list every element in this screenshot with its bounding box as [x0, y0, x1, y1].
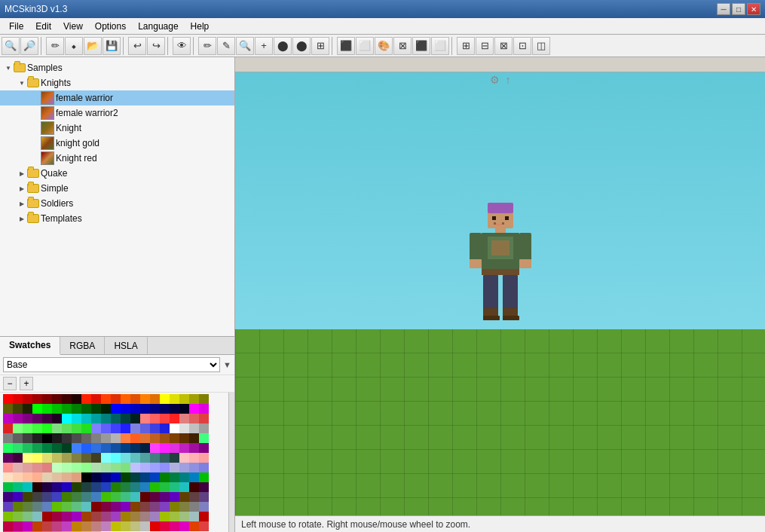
color-swatch-extra-85[interactable] [91, 512, 101, 521]
color-swatch-extra-16[interactable] [32, 482, 42, 492]
color-swatch-56[interactable] [140, 414, 150, 423]
color-swatch-152[interactable] [52, 463, 62, 472]
color-swatch-97[interactable] [130, 433, 140, 443]
color-swatch-extra-31[interactable] [179, 482, 189, 492]
color-swatch-extra-103[interactable] [62, 521, 72, 531]
layout4-btn[interactable]: ⊡ [513, 37, 531, 55]
color-swatch-extra-117[interactable] [199, 521, 209, 531]
zoom-btn[interactable]: 🔍 [236, 37, 254, 55]
color-swatch-130[interactable] [42, 453, 52, 463]
color-swatch-13[interactable] [130, 394, 140, 404]
color-swatch-58[interactable] [160, 414, 170, 423]
color-swatch-57[interactable] [150, 414, 160, 423]
color-swatch-70[interactable] [72, 423, 81, 433]
color-swatch-extra-59[interactable] [42, 502, 52, 512]
color-swatch-25[interactable] [42, 404, 52, 414]
layout1-btn[interactable]: ⊞ [457, 37, 475, 55]
color-swatch-extra-41[interactable] [72, 492, 81, 502]
color-swatch-14[interactable] [140, 394, 150, 404]
color-swatch-139[interactable] [130, 453, 140, 463]
color-swatch-128[interactable] [23, 453, 32, 463]
color-swatch-15[interactable] [150, 394, 160, 404]
color-swatch-extra-30[interactable] [170, 482, 179, 492]
maximize-button[interactable]: □ [732, 3, 745, 15]
color-swatch-140[interactable] [140, 453, 150, 463]
color-swatch-160[interactable] [130, 463, 140, 472]
zoom-out-swatches[interactable]: − [3, 377, 17, 390]
tree-item-knight-red[interactable]: Knight red [0, 151, 234, 166]
color-swatch-173[interactable] [52, 472, 62, 482]
color-swatch-extra-28[interactable] [150, 482, 160, 492]
color-swatch-extra-52[interactable] [179, 492, 189, 502]
color-swatch-extra-5[interactable] [130, 472, 140, 482]
color-swatch-121[interactable] [160, 443, 170, 453]
color-swatch-52[interactable] [101, 414, 111, 423]
color-swatch-131[interactable] [52, 453, 62, 463]
pencil-btn[interactable]: ✏ [46, 37, 64, 55]
draw-btn[interactable]: ✏ [198, 37, 216, 55]
color-swatch-122[interactable] [170, 443, 179, 453]
color-swatch-30[interactable] [91, 404, 101, 414]
color-swatch-9[interactable] [91, 394, 101, 404]
color-swatch-extra-64[interactable] [91, 502, 101, 512]
menu-item-view[interactable]: View [57, 20, 89, 33]
color-swatch-120[interactable] [150, 443, 160, 453]
color-swatch-extra-110[interactable] [130, 521, 140, 531]
color-swatch-extra-39[interactable] [52, 492, 62, 502]
color-swatch-69[interactable] [62, 423, 72, 433]
menu-item-help[interactable]: Help [185, 20, 216, 33]
color-swatch-22[interactable] [13, 404, 23, 414]
color-swatch-extra-94[interactable] [179, 512, 189, 521]
tree-arrow-samples[interactable]: ▼ [3, 63, 14, 73]
color-swatch-115[interactable] [101, 443, 111, 453]
color-swatch-148[interactable] [13, 463, 23, 472]
color-swatch-135[interactable] [91, 453, 101, 463]
color-swatch-extra-24[interactable] [111, 482, 121, 492]
color-swatch-132[interactable] [62, 453, 72, 463]
color-swatch-143[interactable] [170, 453, 179, 463]
color-swatch-extra-7[interactable] [150, 472, 160, 482]
color-swatch-extra-76[interactable] [3, 512, 13, 521]
color-swatch-extra-14[interactable] [13, 482, 23, 492]
sel-btn[interactable]: ⊠ [393, 37, 412, 55]
color-swatch-123[interactable] [179, 443, 189, 453]
color-swatch-95[interactable] [111, 433, 121, 443]
color-swatch-extra-11[interactable] [189, 472, 199, 482]
tree-item-samples[interactable]: ▼Samples [0, 60, 234, 75]
tree-item-soldiers[interactable]: ▶Soldiers [0, 196, 234, 211]
color-swatch-extra-115[interactable] [179, 521, 189, 531]
color-swatch-extra-36[interactable] [23, 492, 32, 502]
close-button[interactable]: ✕ [747, 3, 760, 15]
color-swatch-151[interactable] [42, 463, 52, 472]
color-swatch-134[interactable] [81, 453, 91, 463]
tree-item-knight-gold[interactable]: knight gold [0, 136, 234, 151]
tree-arrow-templates[interactable]: ▶ [17, 213, 27, 224]
color-swatch-extra-78[interactable] [23, 512, 32, 521]
color-swatch-37[interactable] [160, 404, 170, 414]
color-swatch-extra-40[interactable] [62, 492, 72, 502]
color-swatch-93[interactable] [91, 433, 101, 443]
color-swatch-extra-46[interactable] [121, 492, 130, 502]
color-swatch-113[interactable] [81, 443, 91, 453]
color-swatch-91[interactable] [72, 433, 81, 443]
color-swatch-24[interactable] [32, 404, 42, 414]
color-swatch-extra-6[interactable] [140, 472, 150, 482]
color-swatch-157[interactable] [101, 463, 111, 472]
color-swatch-100[interactable] [160, 433, 170, 443]
color-swatch-extra-92[interactable] [160, 512, 170, 521]
tree-arrow-simple[interactable]: ▶ [17, 183, 27, 194]
color-swatch-162[interactable] [150, 463, 160, 472]
tab-swatches[interactable]: Swatches [0, 337, 60, 355]
bucket-btn[interactable]: ⬤ [292, 37, 311, 55]
color-swatch-40[interactable] [189, 404, 199, 414]
color-swatch-0[interactable] [3, 394, 13, 404]
fill-btn[interactable]: ⬤ [274, 37, 292, 55]
color-swatch-92[interactable] [81, 433, 91, 443]
color-swatch-extra-86[interactable] [101, 512, 111, 521]
color-swatch-153[interactable] [62, 463, 72, 472]
color-swatch-extra-38[interactable] [42, 492, 52, 502]
color-swatch-extra-57[interactable] [23, 502, 32, 512]
color-swatch-88[interactable] [42, 433, 52, 443]
color-swatch-10[interactable] [101, 394, 111, 404]
color-swatch-98[interactable] [140, 433, 150, 443]
